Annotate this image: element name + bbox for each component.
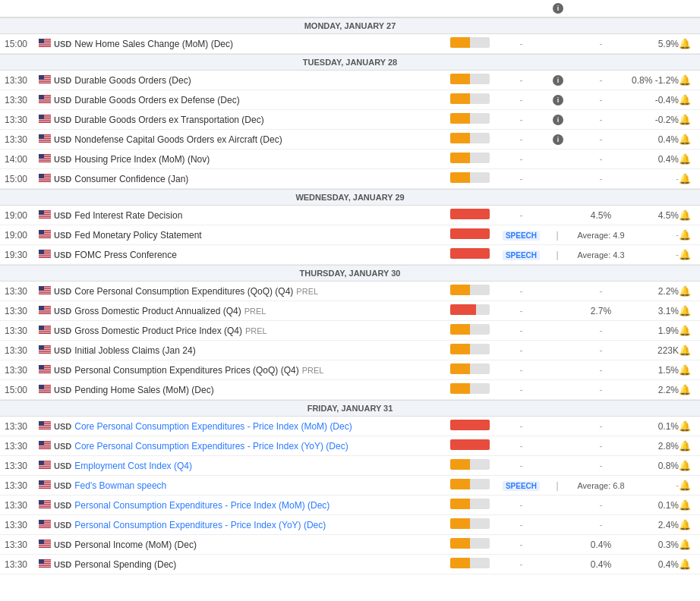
- currency: USD: [54, 385, 71, 395]
- row-info-icon[interactable]: i: [553, 134, 563, 145]
- event-time: 13:30: [5, 441, 39, 452]
- bell-icon-active[interactable]: 🔔: [679, 305, 691, 316]
- svg-rect-96: [39, 181, 51, 182]
- svg-rect-278: [39, 488, 51, 489]
- row-info-icon[interactable]: i: [553, 115, 563, 125]
- bell-icon-inactive[interactable]: 🔔: [679, 285, 691, 297]
- consensus-cell: 4.5%: [572, 210, 629, 221]
- svg-rect-261: [39, 466, 51, 467]
- svg-rect-41: [39, 95, 44, 99]
- dev-cell: i: [542, 74, 572, 86]
- event-cell: USDConsumer Confidence (Jan): [39, 174, 440, 184]
- consensus-cell: -: [572, 461, 629, 471]
- impact-bar-medium: [450, 499, 490, 509]
- bell-icon-active[interactable]: 🔔: [679, 345, 691, 356]
- currency: USD: [54, 231, 71, 240]
- impact-cell: [440, 344, 500, 357]
- actual-cell: -: [500, 345, 542, 356]
- us-flag: [39, 345, 51, 356]
- bell-icon-inactive[interactable]: 🔔: [679, 94, 691, 105]
- bell-cell: 🔔: [679, 74, 695, 86]
- svg-rect-166: [39, 313, 51, 314]
- svg-rect-165: [39, 313, 51, 313]
- event-name[interactable]: Personal Consumption Expenditures - Pric…: [74, 520, 326, 530]
- event-time: 13:30: [5, 115, 39, 125]
- svg-rect-11: [39, 46, 51, 46]
- event-cell: USDNondefense Capital Goods Orders ex Ai…: [39, 134, 440, 145]
- table-row: 13:30 USDInitial Jobless Claims (Jan 24)…: [0, 341, 700, 360]
- svg-rect-24: [39, 81, 51, 82]
- table-row: 13:30 USDNondefense Capital Goods Orders…: [0, 130, 700, 149]
- event-name[interactable]: Personal Consumption Expenditures - Pric…: [74, 500, 330, 511]
- bell-icon-inactive[interactable]: 🔔: [679, 480, 691, 491]
- speech-badge: SPEECH: [503, 231, 540, 241]
- impact-cell: [440, 420, 500, 433]
- svg-rect-13: [39, 39, 44, 43]
- svg-rect-22: [39, 80, 51, 80]
- bell-icon-inactive[interactable]: 🔔: [679, 539, 691, 550]
- event-link[interactable]: Employment Cost Index (Q4): [74, 461, 192, 471]
- impact-cell: [440, 324, 500, 337]
- event-link[interactable]: Fed's Bowman speech: [74, 480, 166, 491]
- event-link[interactable]: Core Personal Consumption Expenditures -…: [74, 441, 348, 452]
- svg-rect-317: [39, 545, 51, 546]
- svg-rect-288: [39, 505, 51, 505]
- actual-cell: -: [500, 365, 542, 376]
- event-tag: PREL: [245, 326, 267, 335]
- bell-icon-inactive[interactable]: 🔔: [679, 173, 691, 184]
- consensus-cell: Average: 4.9: [572, 230, 629, 241]
- impact-cell: [440, 228, 500, 241]
- table-row: 13:30 USDDurable Goods Orders ex Transpo…: [0, 110, 700, 130]
- bell-icon-inactive[interactable]: 🔔: [679, 364, 691, 376]
- bell-icon-inactive[interactable]: 🔔: [679, 420, 691, 432]
- event-name[interactable]: Employment Cost Index (Q4): [74, 461, 192, 471]
- bell-icon-inactive[interactable]: 🔔: [679, 519, 691, 530]
- bell-icon-inactive[interactable]: 🔔: [679, 249, 691, 260]
- event-name[interactable]: Fed's Bowman speech: [74, 480, 166, 491]
- actual-cell: -: [500, 134, 542, 145]
- previous-cell: 2.4%: [629, 520, 679, 530]
- event-name[interactable]: Core Personal Consumption Expenditures -…: [74, 441, 348, 452]
- event-link[interactable]: Personal Consumption Expenditures - Pric…: [74, 520, 326, 530]
- bell-icon-inactive[interactable]: 🔔: [679, 559, 691, 570]
- svg-rect-137: [39, 256, 51, 257]
- us-flag: [39, 326, 51, 336]
- impact-cell: [440, 439, 500, 452]
- bell-icon-inactive[interactable]: 🔔: [679, 384, 691, 395]
- svg-rect-206: [39, 371, 51, 372]
- event-name[interactable]: Core Personal Consumption Expenditures -…: [74, 421, 352, 432]
- dev-info-icon[interactable]: i: [553, 3, 563, 14]
- bell-icon-inactive[interactable]: 🔔: [679, 38, 691, 49]
- bell-icon-inactive[interactable]: 🔔: [679, 229, 691, 241]
- bell-icon-active[interactable]: 🔔: [679, 440, 691, 452]
- event-name: Housing Price Index (MoM) (Nov): [74, 154, 210, 165]
- bell-icon-inactive[interactable]: 🔔: [679, 460, 691, 471]
- event-time: 15:00: [5, 174, 39, 184]
- actual-cell: -: [500, 421, 542, 432]
- bell-icon-active[interactable]: 🔔: [679, 209, 691, 221]
- us-flag: [39, 365, 51, 376]
- impact-cell: [440, 479, 500, 492]
- svg-rect-179: [39, 332, 51, 333]
- currency: USD: [54, 346, 71, 355]
- row-info-icon[interactable]: i: [553, 95, 563, 105]
- bell-icon-inactive[interactable]: 🔔: [679, 74, 691, 86]
- currency: USD: [54, 76, 71, 85]
- event-link[interactable]: Core Personal Consumption Expenditures -…: [74, 421, 352, 432]
- currency: USD: [54, 521, 71, 530]
- svg-rect-177: [39, 331, 51, 332]
- bell-icon-inactive[interactable]: 🔔: [679, 499, 691, 511]
- event-link[interactable]: Personal Consumption Expenditures - Pric…: [74, 500, 330, 511]
- row-info-icon[interactable]: i: [553, 75, 563, 86]
- bell-icon-inactive[interactable]: 🔔: [679, 114, 691, 125]
- svg-rect-205: [39, 370, 51, 371]
- svg-rect-333: [39, 566, 51, 567]
- bell-icon-inactive[interactable]: 🔔: [679, 153, 691, 165]
- event-time: 13:30: [5, 559, 39, 570]
- bell-icon-active[interactable]: 🔔: [679, 134, 691, 145]
- dev-cell: |: [542, 230, 572, 241]
- consensus-cell: -: [572, 286, 629, 297]
- impact-cell: [440, 499, 500, 511]
- us-flag: [39, 95, 51, 105]
- bell-icon-inactive[interactable]: 🔔: [679, 325, 691, 336]
